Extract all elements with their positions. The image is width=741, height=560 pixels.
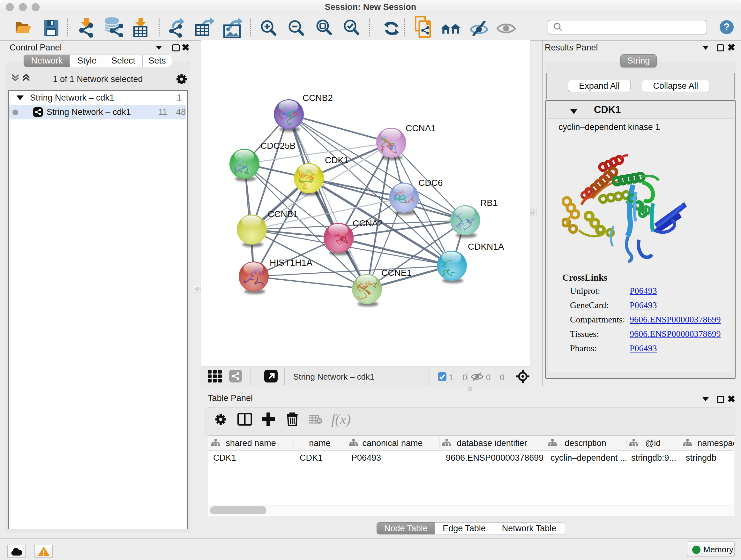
svg-text:CDC6: CDC6 xyxy=(418,178,443,188)
svg-text:CDK1: CDK1 xyxy=(325,155,349,165)
svg-text:CDC25B: CDC25B xyxy=(260,141,295,151)
svg-text:CCNE1: CCNE1 xyxy=(381,268,412,278)
svg-text:HIST1H1A: HIST1H1A xyxy=(270,258,313,267)
svg-text:CCNA2: CCNA2 xyxy=(353,219,383,228)
svg-text:CCNA1: CCNA1 xyxy=(406,123,436,133)
svg-text:CCNB1: CCNB1 xyxy=(268,209,298,219)
svg-text:CDKN1A: CDKN1A xyxy=(468,242,504,252)
svg-text:CCNB2: CCNB2 xyxy=(302,93,333,103)
svg-text:RB1: RB1 xyxy=(480,198,497,208)
